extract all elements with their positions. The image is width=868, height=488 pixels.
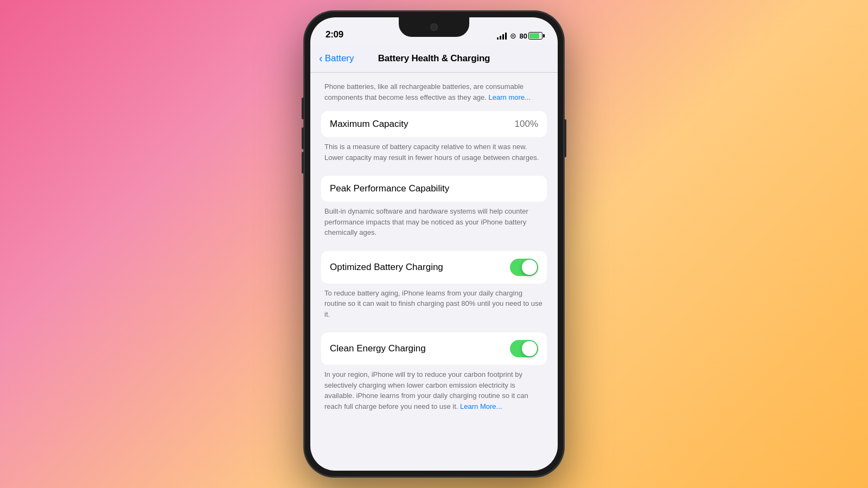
learn-more-link[interactable]: Learn more... [489,93,531,101]
clean-energy-learn-more-link[interactable]: Learn More... [460,402,502,410]
page-title: Battery Health & Charging [378,53,490,64]
peak-performance-label: Peak Performance Capability [330,183,449,194]
wifi-icon: ⊜ [510,31,516,40]
back-chevron-icon: ‹ [319,52,323,65]
battery-percent-label: 80 [520,32,527,40]
optimized-charging-toggle[interactable] [510,259,538,276]
notch-camera [430,23,438,31]
clean-energy-label: Clean Energy Charging [330,343,426,354]
maximum-capacity-label: Maximum Capacity [330,119,409,130]
intro-text: Phone batteries, like all rechargeable b… [321,81,547,102]
back-button[interactable]: ‹ Battery [319,52,354,65]
battery-fill [529,33,539,38]
optimized-charging-description: To reduce battery aging, iPhone learns f… [321,288,547,320]
back-label: Battery [325,53,354,64]
battery-icon [528,32,542,40]
status-time: 2:09 [326,29,343,40]
optimized-charging-card: Optimized Battery Charging [321,251,547,284]
nav-bar: ‹ Battery Battery Health & Charging [310,44,558,73]
optimized-charging-row: Optimized Battery Charging [321,251,547,284]
peak-performance-description: Built-in dynamic software and hardware s… [321,206,547,238]
optimized-charging-label: Optimized Battery Charging [330,262,443,273]
scroll-content: Phone batteries, like all rechargeable b… [310,73,558,471]
maximum-capacity-description: This is a measure of battery capacity re… [321,142,547,163]
notch [399,17,469,37]
maximum-capacity-row: Maximum Capacity 100% [321,111,547,137]
maximum-capacity-value: 100% [515,119,538,130]
status-icons: ⊜ 80 [497,31,542,40]
clean-energy-card: Clean Energy Charging [321,332,547,365]
clean-energy-description: In your region, iPhone will try to reduc… [321,369,547,412]
phone-wrapper: 2:09 ⊜ 80 ‹ Ba [304,11,564,477]
clean-energy-row: Clean Energy Charging [321,332,547,365]
peak-performance-card: Peak Performance Capability [321,176,547,202]
clean-energy-toggle[interactable] [510,340,538,357]
battery-status-indicator: 80 [520,32,542,40]
signal-icon [497,32,507,40]
phone-screen: 2:09 ⊜ 80 ‹ Ba [310,17,558,471]
peak-performance-row: Peak Performance Capability [321,176,547,202]
maximum-capacity-card: Maximum Capacity 100% [321,111,547,137]
